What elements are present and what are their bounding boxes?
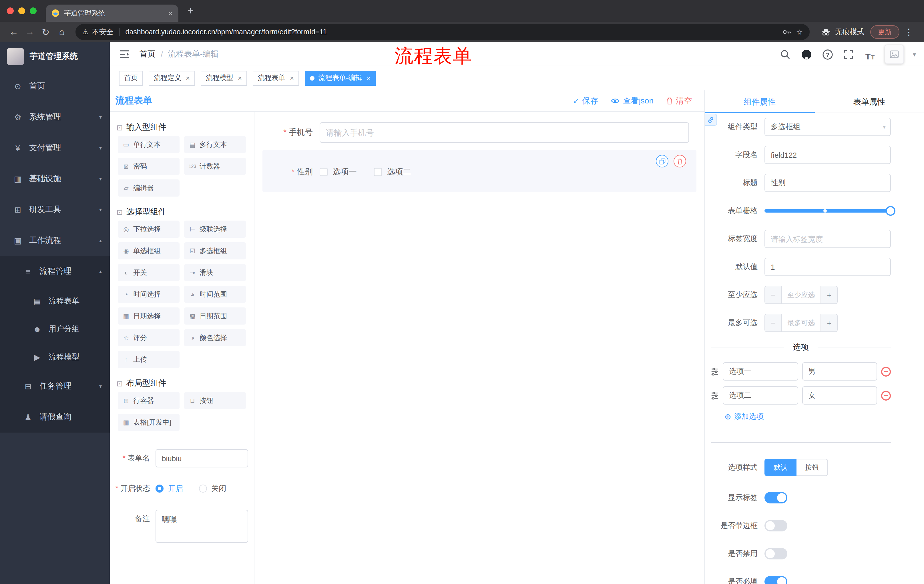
sidebar-item-leave-query[interactable]: ♟ 请假查询 xyxy=(0,402,110,433)
border-toggle[interactable] xyxy=(764,520,787,531)
add-option-button[interactable]: ⊕ 添加选项 xyxy=(724,411,764,422)
phone-input[interactable] xyxy=(320,122,689,143)
status-radio-off[interactable]: 关闭 xyxy=(199,479,226,498)
default-value-input[interactable] xyxy=(764,258,891,276)
option-label-input[interactable] xyxy=(723,362,798,380)
breadcrumb-home[interactable]: 首页 xyxy=(140,49,155,59)
close-icon[interactable]: × xyxy=(238,74,242,82)
sidebar-item-process-management[interactable]: ≡ 流程管理 ▴ xyxy=(0,256,110,287)
style-default-button[interactable]: 默认 xyxy=(764,459,797,476)
palette-item-switch[interactable]: ◐开关 xyxy=(118,264,180,281)
option-label-input[interactable] xyxy=(723,386,798,405)
tab-component-props[interactable]: 组件属性 xyxy=(705,90,815,113)
tab-process-form-edit[interactable]: 流程表单-编辑 × xyxy=(305,71,376,86)
browser-update-button[interactable]: 更新 xyxy=(870,25,899,39)
title-input[interactable] xyxy=(764,174,891,192)
sidebar-item-task-management[interactable]: ⊟ 任务管理 ▾ xyxy=(0,371,110,402)
max-select-value[interactable]: 最多可选 xyxy=(782,314,820,331)
home-icon[interactable]: ⌂ xyxy=(54,24,70,40)
slider-track[interactable] xyxy=(764,209,891,212)
delete-widget-button[interactable] xyxy=(673,155,686,168)
palette-item-color-picker[interactable]: ◑颜色选择 xyxy=(184,329,246,346)
close-tab-icon[interactable]: × xyxy=(168,9,173,17)
help-icon[interactable]: ? xyxy=(822,48,834,61)
gender-checkbox-option1[interactable]: 选项一 xyxy=(320,167,357,177)
sidebar-item-home[interactable]: ⊙ 首页 xyxy=(0,71,110,102)
close-window-button[interactable] xyxy=(7,7,14,14)
drag-handle-icon[interactable] xyxy=(711,391,719,400)
key-icon[interactable] xyxy=(782,28,792,36)
component-type-select[interactable]: ▾ xyxy=(764,118,891,136)
browser-menu-icon[interactable]: ⋮ xyxy=(904,27,913,37)
form-name-input[interactable] xyxy=(155,449,248,467)
url-text[interactable]: dashboard.yudao.iocoder.cn/bpm/manager/f… xyxy=(125,28,778,36)
close-icon[interactable]: × xyxy=(186,74,190,82)
close-icon[interactable]: × xyxy=(290,74,294,82)
min-select-value[interactable]: 至少应选 xyxy=(782,286,820,303)
sidebar-item-payment-management[interactable]: ¥ 支付管理 ▾ xyxy=(0,133,110,163)
sidebar-item-user-group[interactable]: ☻ 用户分组 xyxy=(0,315,110,343)
github-icon[interactable] xyxy=(800,48,813,61)
palette-item-single-text[interactable]: ▭单行文本 xyxy=(118,136,180,153)
minimize-window-button[interactable] xyxy=(18,7,25,14)
disabled-toggle[interactable] xyxy=(764,548,787,559)
required-toggle[interactable] xyxy=(764,576,787,584)
palette-item-editor[interactable]: ▱编辑器 xyxy=(118,179,180,197)
gender-checkbox-option2[interactable]: 选项二 xyxy=(374,167,411,177)
link-badge[interactable] xyxy=(705,114,717,126)
sidebar-item-process-model[interactable]: ▶ 流程模型 xyxy=(0,343,110,371)
tab-form-props[interactable]: 表单属性 xyxy=(815,90,924,113)
remove-option-button[interactable] xyxy=(881,367,891,376)
label-width-input[interactable] xyxy=(764,230,891,248)
sidebar-item-dev-tools[interactable]: ⊞ 研发工具 ▾ xyxy=(0,194,110,225)
sidebar-item-system-management[interactable]: ⚙ 系统管理 ▾ xyxy=(0,102,110,133)
copy-widget-button[interactable] xyxy=(656,155,668,168)
close-icon[interactable]: × xyxy=(366,74,371,82)
tab-process-definition[interactable]: 流程定义 × xyxy=(148,71,195,86)
palette-item-table[interactable]: ▥表格[开发中] xyxy=(118,414,180,431)
palette-item-password[interactable]: ⊠密码 xyxy=(118,158,180,175)
status-radio-on[interactable]: 开启 xyxy=(155,479,183,498)
search-icon[interactable] xyxy=(779,48,792,61)
palette-item-time-picker[interactable]: ◔时间选择 xyxy=(118,286,180,303)
tab-home[interactable]: 首页 xyxy=(119,71,143,86)
save-button[interactable]: ✓ 保存 xyxy=(573,96,598,106)
component-type-value[interactable] xyxy=(764,118,891,136)
decrease-button[interactable]: − xyxy=(765,286,782,303)
palette-item-upload[interactable]: ↑上传 xyxy=(118,351,180,368)
palette-item-time-range[interactable]: ◕时间范围 xyxy=(184,286,246,303)
field-name-input[interactable] xyxy=(764,146,891,164)
tab-process-model[interactable]: 流程模型 × xyxy=(201,71,247,86)
grid-slider[interactable] xyxy=(764,202,891,220)
address-bar[interactable]: ⚠ 不安全 dashboard.yudao.iocoder.cn/bpm/man… xyxy=(76,24,810,40)
option-value-input[interactable] xyxy=(802,386,877,405)
show-label-toggle[interactable] xyxy=(764,492,787,503)
style-button-button[interactable]: 按钮 xyxy=(797,459,828,476)
sidebar-item-workflow[interactable]: ▣ 工作流程 ▴ xyxy=(0,225,110,256)
clear-button[interactable]: 清空 xyxy=(666,96,692,106)
increase-button[interactable]: + xyxy=(820,286,837,303)
decrease-button[interactable]: − xyxy=(765,314,782,331)
avatar-caret-icon[interactable]: ▾ xyxy=(913,51,916,58)
widget-phone[interactable]: 手机号 xyxy=(262,121,696,144)
form-remark-input[interactable]: 嘿嘿 xyxy=(155,510,248,543)
tab-process-form[interactable]: 流程表单 × xyxy=(253,71,299,86)
security-indicator[interactable]: ⚠ 不安全 xyxy=(82,27,114,37)
palette-item-cascader[interactable]: ⊢级联选择 xyxy=(184,220,246,238)
palette-item-date-range[interactable]: ▩日期范围 xyxy=(184,308,246,324)
sidebar-toggle-icon[interactable] xyxy=(118,48,132,61)
browser-tab[interactable]: 芋道管理系统 × xyxy=(46,5,178,22)
palette-item-select[interactable]: ◎下拉选择 xyxy=(118,220,180,238)
palette-item-slider[interactable]: ⊸滑块 xyxy=(184,264,246,281)
option-value-input[interactable] xyxy=(802,362,877,380)
palette-item-radio-group[interactable]: ◉单选框组 xyxy=(118,242,180,260)
palette-item-counter[interactable]: 123计数器 xyxy=(184,158,246,175)
palette-item-rate[interactable]: ☆评分 xyxy=(118,329,180,346)
zoom-window-button[interactable] xyxy=(30,7,36,14)
view-json-button[interactable]: 查看json xyxy=(611,96,653,106)
forward-icon[interactable]: → xyxy=(22,24,38,40)
bookmark-star-icon[interactable]: ☆ xyxy=(796,28,803,36)
remove-option-button[interactable] xyxy=(881,391,891,400)
widget-gender-selected[interactable]: 性别 选项一 选项二 xyxy=(262,150,696,192)
slider-knob[interactable] xyxy=(886,206,895,216)
